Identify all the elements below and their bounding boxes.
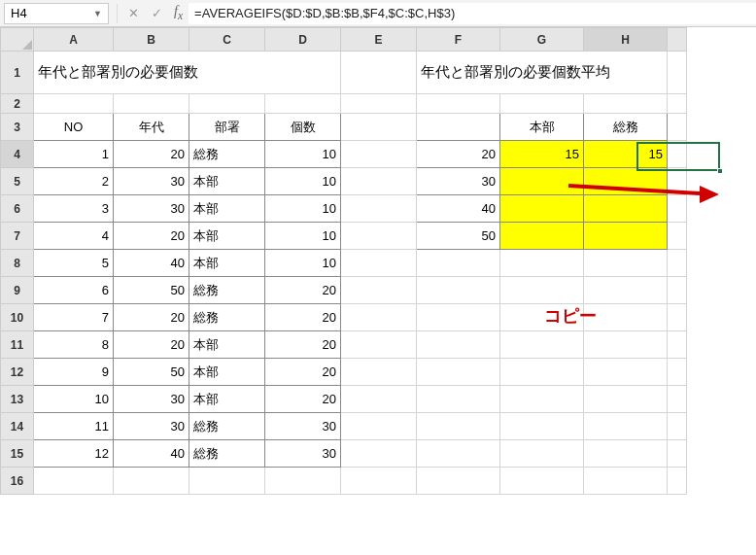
- cell-E2[interactable]: [341, 94, 417, 114]
- cell-E1[interactable]: [341, 52, 417, 94]
- cell-G8[interactable]: [500, 250, 584, 277]
- cell-G6[interactable]: [500, 195, 584, 223]
- cell-H7[interactable]: [584, 223, 668, 250]
- cell-C4[interactable]: 総務: [189, 141, 265, 168]
- cell-C16[interactable]: [189, 468, 265, 495]
- cell-B13[interactable]: 30: [114, 386, 189, 413]
- cell-H14[interactable]: [584, 413, 668, 440]
- cell-F14[interactable]: [417, 413, 500, 440]
- cell-H12[interactable]: [584, 359, 668, 386]
- cell-F2[interactable]: [417, 94, 500, 114]
- cell-E14[interactable]: [341, 413, 417, 440]
- cell-B6[interactable]: 30: [114, 195, 189, 223]
- cell-F4[interactable]: 20: [417, 141, 500, 168]
- cell-I5[interactable]: [668, 168, 687, 195]
- cell-E7[interactable]: [341, 223, 417, 250]
- cell-D7[interactable]: 10: [265, 223, 341, 250]
- cell-I10[interactable]: [668, 304, 687, 331]
- cell-G10[interactable]: [500, 304, 584, 331]
- col-header-A[interactable]: A: [34, 28, 114, 52]
- cell-A11[interactable]: 8: [34, 331, 114, 359]
- cell-C13[interactable]: 本部: [189, 386, 265, 413]
- cell-I6[interactable]: [668, 195, 687, 223]
- cell-D5[interactable]: 10: [265, 168, 341, 195]
- cell-H16[interactable]: [584, 468, 668, 495]
- cell-A15[interactable]: 12: [34, 440, 114, 468]
- row-header-14[interactable]: 14: [1, 413, 34, 440]
- cell-D3[interactable]: 個数: [265, 114, 341, 141]
- cell-G13[interactable]: [500, 386, 584, 413]
- col-header-D[interactable]: D: [265, 28, 341, 52]
- cell-C9[interactable]: 総務: [189, 277, 265, 304]
- cell-C7[interactable]: 本部: [189, 223, 265, 250]
- cell-I9[interactable]: [668, 277, 687, 304]
- cell-F15[interactable]: [417, 440, 500, 468]
- cell-E4[interactable]: [341, 141, 417, 168]
- cell-B15[interactable]: 40: [114, 440, 189, 468]
- cell-H3[interactable]: 総務: [584, 114, 668, 141]
- cell-A10[interactable]: 7: [34, 304, 114, 331]
- cell-A5[interactable]: 2: [34, 168, 114, 195]
- cell-B2[interactable]: [114, 94, 189, 114]
- cell-B16[interactable]: [114, 468, 189, 495]
- cell-F10[interactable]: [417, 304, 500, 331]
- cell-I16[interactable]: [668, 468, 687, 495]
- cell-I12[interactable]: [668, 359, 687, 386]
- cell-G15[interactable]: [500, 440, 584, 468]
- cell-H10[interactable]: [584, 304, 668, 331]
- cell-I3[interactable]: [668, 114, 687, 141]
- row-header-11[interactable]: 11: [1, 331, 34, 359]
- cell-C15[interactable]: 総務: [189, 440, 265, 468]
- cell-B4[interactable]: 20: [114, 141, 189, 168]
- cell-H4[interactable]: 15: [584, 141, 668, 168]
- row-header-13[interactable]: 13: [1, 386, 34, 413]
- cancel-icon[interactable]: ✕: [121, 3, 145, 24]
- dropdown-icon[interactable]: ▼: [93, 9, 102, 18]
- cell-F13[interactable]: [417, 386, 500, 413]
- col-header-H[interactable]: H: [584, 28, 668, 52]
- cell-D15[interactable]: 30: [265, 440, 341, 468]
- cell-E8[interactable]: [341, 250, 417, 277]
- cell-D12[interactable]: 20: [265, 359, 341, 386]
- cell-I14[interactable]: [668, 413, 687, 440]
- cell-C8[interactable]: 本部: [189, 250, 265, 277]
- cell-G14[interactable]: [500, 413, 584, 440]
- cell-E15[interactable]: [341, 440, 417, 468]
- row-header-10[interactable]: 10: [1, 304, 34, 331]
- cell-A9[interactable]: 6: [34, 277, 114, 304]
- cell-D10[interactable]: 20: [265, 304, 341, 331]
- fill-handle[interactable]: [717, 168, 723, 174]
- cell-G12[interactable]: [500, 359, 584, 386]
- cell-C3[interactable]: 部署: [189, 114, 265, 141]
- cell-H5[interactable]: [584, 168, 668, 195]
- cell-A3[interactable]: NO: [34, 114, 114, 141]
- col-header-extra[interactable]: [668, 28, 687, 52]
- cell-I7[interactable]: [668, 223, 687, 250]
- cell-H9[interactable]: [584, 277, 668, 304]
- cell-A6[interactable]: 3: [34, 195, 114, 223]
- cell-E11[interactable]: [341, 331, 417, 359]
- cell-A8[interactable]: 5: [34, 250, 114, 277]
- formula-input[interactable]: =AVERAGEIFS($D:$D,$B:$B,$F4,$C:$C,H$3): [189, 3, 756, 24]
- cell-E3[interactable]: [341, 114, 417, 141]
- cell-D6[interactable]: 10: [265, 195, 341, 223]
- fx-icon[interactable]: fx: [168, 4, 189, 22]
- cell-B12[interactable]: 50: [114, 359, 189, 386]
- cell-G2[interactable]: [500, 94, 584, 114]
- cell-E6[interactable]: [341, 195, 417, 223]
- cell-D11[interactable]: 20: [265, 331, 341, 359]
- cell-H6[interactable]: [584, 195, 668, 223]
- cell-A2[interactable]: [34, 94, 114, 114]
- cell-C2[interactable]: [189, 94, 265, 114]
- col-header-G[interactable]: G: [500, 28, 584, 52]
- row-header-1[interactable]: 1: [1, 52, 34, 94]
- cell-I11[interactable]: [668, 331, 687, 359]
- cell-A7[interactable]: 4: [34, 223, 114, 250]
- cell-I8[interactable]: [668, 250, 687, 277]
- cell-E12[interactable]: [341, 359, 417, 386]
- cell-E9[interactable]: [341, 277, 417, 304]
- cell-D14[interactable]: 30: [265, 413, 341, 440]
- cell-H2[interactable]: [584, 94, 668, 114]
- cell-G11[interactable]: [500, 331, 584, 359]
- cell-F3[interactable]: [417, 114, 500, 141]
